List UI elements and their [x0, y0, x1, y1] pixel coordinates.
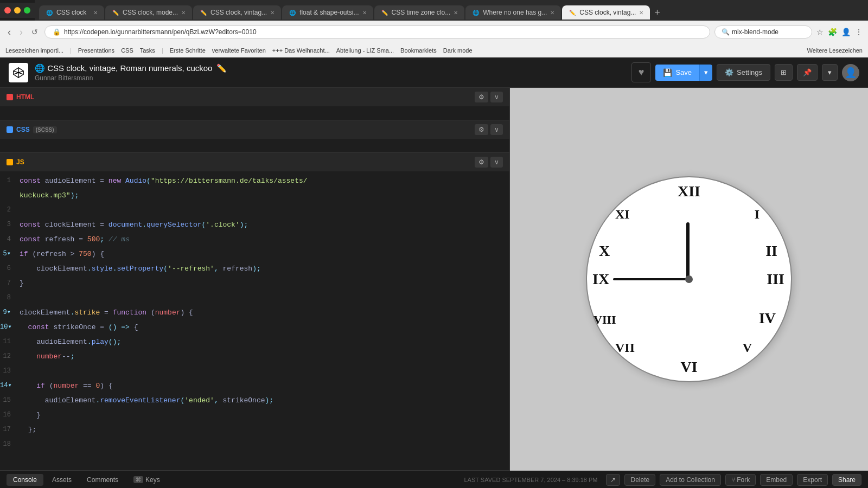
- tab-close-3[interactable]: ✕: [270, 10, 275, 16]
- code-line: 11 audioElement.play();: [0, 335, 509, 349]
- code-line: 16 }: [0, 408, 509, 422]
- forward-button[interactable]: ›: [17, 25, 25, 39]
- avatar[interactable]: 👤: [842, 64, 859, 81]
- codepen-logo[interactable]: [9, 63, 28, 82]
- tab-close-6[interactable]: ✕: [550, 10, 554, 16]
- css-badge: (SCSS): [33, 126, 57, 133]
- browser-window: 🌐 CSS clock ✕ ✏️ CSS clock, mode... ✕ ✏️…: [0, 0, 868, 488]
- codepen-header: 🌐 CSS clock, vintage, Roman numerals, cu…: [0, 57, 868, 88]
- fork-button[interactable]: ⑂ Fork: [725, 474, 756, 486]
- tab-close-5[interactable]: ✕: [454, 10, 458, 16]
- tab-1[interactable]: 🌐 CSS clock ✕: [39, 5, 104, 20]
- window-controls: [4, 7, 35, 18]
- css-panel-label: CSS (SCSS): [7, 126, 57, 133]
- bookmark-1[interactable]: Presentations: [78, 47, 114, 54]
- edit-icon[interactable]: ✏️: [216, 63, 227, 73]
- bookmark-8[interactable]: Bookmarklets: [400, 47, 437, 54]
- tab-label-7: CSS clock, vintag...: [579, 9, 636, 16]
- css-collapse-button[interactable]: ∨: [490, 124, 503, 135]
- avatar-image: 👤: [845, 67, 857, 79]
- js-panel-header: JS ⚙ ∨: [0, 153, 509, 171]
- back-button[interactable]: ‹: [5, 25, 13, 39]
- code-line: 7 }: [0, 276, 509, 291]
- tab-4[interactable]: 🌐 float & shape-outsi... ✕: [282, 5, 373, 20]
- new-tab-button[interactable]: +: [651, 7, 663, 18]
- view-toggle-button[interactable]: ⊞: [775, 64, 793, 81]
- bookmark-10[interactable]: Weitere Lesezeichen: [807, 47, 863, 54]
- reload-button[interactable]: ↺: [29, 27, 40, 37]
- code-line: 6 clockElement.style.setProperty('--refr…: [0, 261, 509, 276]
- css-panel-header: CSS (SCSS) ⚙ ∨: [0, 120, 509, 139]
- comments-tab[interactable]: Comments: [80, 474, 125, 486]
- account-button[interactable]: 👤: [841, 28, 851, 36]
- search-icon: 🔍: [722, 28, 730, 36]
- add-to-collection-button[interactable]: Add to Collection: [660, 474, 721, 486]
- tab-3[interactable]: ✏️ CSS clock, vintag... ✕: [193, 5, 281, 20]
- bookmark-9[interactable]: Dark mode: [443, 47, 473, 54]
- tab-label-1: CSS clock: [56, 9, 90, 16]
- address-text: https://codepen.io/gunnarbittersmann/pen…: [64, 28, 702, 36]
- tab-favicon-4: 🌐: [289, 9, 296, 16]
- pin-button[interactable]: 📌: [797, 64, 818, 81]
- tab-favicon-6: 🌐: [472, 9, 480, 16]
- bookmarks-bar: Lesezeichen importi... | Presentations C…: [0, 43, 868, 57]
- header-actions: ♥ 💾 Save ▾ ⚙️ Settings ⊞ 📌 ▾ 👤: [631, 62, 859, 82]
- save-dropdown-button[interactable]: ▾: [699, 65, 712, 81]
- bookmark-4[interactable]: Erste Schritte: [170, 47, 206, 54]
- close-button[interactable]: [4, 7, 11, 14]
- html-collapse-button[interactable]: ∨: [490, 92, 503, 102]
- settings-button[interactable]: ⚙️ Settings: [717, 64, 770, 81]
- pen-author[interactable]: Gunnar Bittersmann: [35, 74, 631, 82]
- embed-button[interactable]: Embed: [760, 474, 793, 486]
- assets-tab[interactable]: Assets: [46, 474, 78, 486]
- numeral-II: II: [765, 242, 777, 260]
- js-collapse-button[interactable]: ∨: [490, 157, 503, 168]
- bookmark-6[interactable]: +++ Das Weihnacht...: [272, 47, 330, 54]
- maximize-button[interactable]: [24, 7, 30, 14]
- js-code-editor[interactable]: 1 const audioElement = new Audio("https:…: [0, 171, 509, 470]
- save-button[interactable]: 💾 Save: [655, 65, 699, 81]
- keys-tab[interactable]: ⌘ Keys: [127, 474, 167, 486]
- last-saved-text: Last saved SEPTEMBER 7, 2024 – 8:39:18 P…: [464, 477, 597, 483]
- export-button[interactable]: Export: [797, 474, 828, 486]
- bookmark-2[interactable]: CSS: [121, 47, 133, 54]
- extensions-button[interactable]: 🧩: [828, 28, 837, 36]
- menu-button[interactable]: ⋮: [855, 28, 863, 36]
- css-panel-controls: ⚙ ∨: [475, 124, 503, 135]
- console-tab[interactable]: Console: [7, 474, 43, 486]
- tab-5[interactable]: ✏️ CSS time zone clo... ✕: [374, 5, 465, 20]
- bookmark-5[interactable]: verwaltete Favoriten: [212, 47, 266, 54]
- bookmark-button[interactable]: ☆: [816, 28, 824, 36]
- heart-button[interactable]: ♥: [631, 62, 652, 82]
- bookmark-0[interactable]: Lesezeichen importi...: [5, 47, 63, 54]
- tab-close-7[interactable]: ✕: [639, 10, 643, 16]
- delete-button[interactable]: Delete: [624, 474, 655, 486]
- tab-close-4[interactable]: ✕: [362, 10, 367, 16]
- html-panel-controls: ⚙ ∨: [475, 92, 503, 102]
- tab-6[interactable]: 🌐 Where no one has g... ✕: [465, 5, 561, 20]
- numeral-XII: XII: [678, 183, 700, 200]
- tab-favicon-2: ✏️: [112, 9, 119, 16]
- tab-close-2[interactable]: ✕: [181, 10, 186, 16]
- bookmark-3[interactable]: Tasks: [140, 47, 155, 54]
- tab-close-1[interactable]: ✕: [93, 10, 98, 16]
- address-bar[interactable]: 🔒 https://codepen.io/gunnarbittersmann/p…: [44, 25, 710, 38]
- minimize-button[interactable]: [14, 7, 21, 14]
- bookmark-7[interactable]: Abteilung - LIZ Sma...: [336, 47, 394, 54]
- search-bar[interactable]: 🔍 mix-blend-mode: [714, 25, 812, 38]
- numeral-V: V: [743, 341, 752, 355]
- clock-face: XII I II III IV V VI VII VIII IX X XI: [586, 176, 792, 382]
- html-settings-button[interactable]: ⚙: [475, 92, 488, 102]
- share-button[interactable]: Share: [832, 474, 861, 486]
- css-settings-button[interactable]: ⚙: [475, 124, 488, 135]
- tab-favicon-5: ✏️: [381, 9, 388, 16]
- numeral-XI: XI: [615, 207, 630, 222]
- save-icon: 💾: [663, 68, 672, 77]
- dropdown-extra-button[interactable]: ▾: [822, 64, 838, 81]
- html-panel: HTML ⚙ ∨: [0, 88, 509, 120]
- js-settings-button[interactable]: ⚙: [475, 157, 488, 168]
- pen-info: 🌐 CSS clock, vintage, Roman numerals, cu…: [35, 63, 631, 82]
- tab-7[interactable]: ✏️ CSS clock, vintag... ✕: [562, 5, 650, 20]
- external-link-button[interactable]: ↗: [606, 474, 620, 486]
- tab-2[interactable]: ✏️ CSS clock, mode... ✕: [105, 5, 192, 20]
